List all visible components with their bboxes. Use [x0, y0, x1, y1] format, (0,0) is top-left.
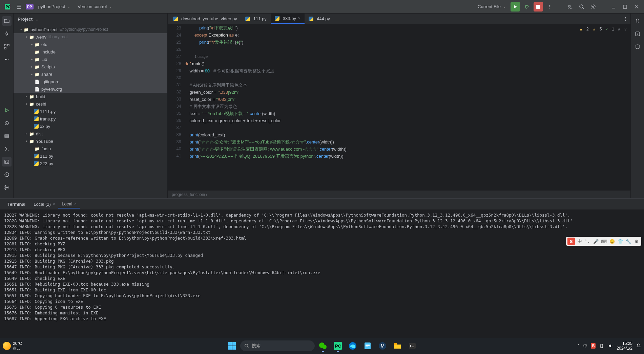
tree-row[interactable]: .gitignore	[14, 78, 167, 85]
taskbar-app-terminal[interactable]	[406, 339, 419, 353]
run-tool-icon[interactable]	[2, 106, 12, 115]
project-dropdown[interactable]: pythonProject	[36, 3, 73, 10]
tree-row[interactable]: ▾ceshi	[14, 100, 167, 108]
tree-arrow-icon[interactable]: ▾	[24, 102, 28, 106]
ime-toolbox-icon[interactable]: 🔧	[625, 238, 632, 245]
services-tool-icon[interactable]	[2, 131, 12, 141]
structure-tool-icon[interactable]	[2, 42, 12, 51]
python-packages-icon[interactable]	[2, 118, 12, 128]
tree-arrow-icon[interactable]: ▾	[24, 35, 28, 39]
taskbar-app-v[interactable]: V	[376, 339, 389, 353]
version-control-dropdown[interactable]: Version control	[75, 3, 115, 10]
main-menu-icon[interactable]	[14, 2, 24, 12]
tree-row[interactable]: 1111.py	[14, 108, 167, 115]
taskbar-app-notepad[interactable]	[361, 339, 374, 353]
tree-row[interactable]: xx.py	[14, 123, 167, 130]
more-tool-icon[interactable]	[2, 55, 12, 64]
ime-settings-icon[interactable]: ⚙	[633, 238, 640, 245]
tray-notifications-icon[interactable]	[636, 343, 641, 349]
tree-arrow-icon[interactable]: ▸	[30, 43, 34, 46]
tree-row[interactable]: ▸etc	[14, 41, 167, 48]
tree-row[interactable]: ▾pythonProjectE:\python\py\pythonProject	[14, 26, 167, 33]
tree-arrow-icon[interactable]: ▸	[30, 72, 34, 76]
python-console-icon[interactable]	[2, 144, 12, 154]
more-actions-icon[interactable]	[545, 2, 555, 12]
tree-row[interactable]: 111.py	[14, 152, 167, 160]
editor-tab[interactable]: download_youtube_video.py	[169, 14, 241, 24]
ime-toolbar[interactable]: S 中 °， 🎤 ⌨ 😊 👕 🔧 ⚙	[566, 237, 641, 246]
tree-row[interactable]: Include	[14, 48, 167, 56]
run-button[interactable]	[511, 2, 520, 12]
tree-row[interactable]: fuqiu	[14, 145, 167, 152]
tray-network-icon[interactable]	[599, 343, 604, 349]
tree-row[interactable]: ▸build	[14, 93, 167, 100]
tray-lang[interactable]: 中	[583, 343, 587, 349]
tray-volume-icon[interactable]	[608, 343, 613, 349]
project-tree[interactable]: ▾pythonProjectE:\python\py\pythonProject…	[14, 24, 167, 198]
tree-row[interactable]: 222.py	[14, 160, 167, 167]
minimize-icon[interactable]	[609, 2, 618, 12]
taskbar-weather[interactable]: 20°C 多云	[3, 341, 22, 351]
editor-body[interactable]: ▲2 ▲5 ✓1 ∧ ∨ 232425262728293031323334353…	[168, 24, 630, 190]
terminal-tab[interactable]: Local×	[58, 200, 80, 208]
code-with-me-icon[interactable]	[565, 2, 575, 12]
tray-sogou-icon[interactable]: S	[591, 343, 596, 349]
stop-button[interactable]	[534, 2, 543, 12]
tree-row[interactable]: ▾YouTube	[14, 137, 167, 145]
tree-row[interactable]: ▸Scripts	[14, 63, 167, 70]
tree-row[interactable]: ▸Lib	[14, 56, 167, 63]
tree-arrow-icon[interactable]: ▾	[24, 139, 28, 143]
close-window-icon[interactable]	[632, 2, 641, 12]
vcs-tool-icon[interactable]	[2, 183, 12, 192]
taskbar-app-pycharm[interactable]: PC	[331, 339, 345, 353]
taskbar-search[interactable]: 搜索	[240, 340, 315, 351]
ime-keyboard-icon[interactable]: ⌨	[601, 238, 607, 245]
close-terminal-tab-icon[interactable]: ×	[53, 202, 55, 206]
prev-highlight-icon[interactable]: ∧	[618, 26, 621, 33]
project-tool-icon[interactable]	[2, 16, 12, 26]
pycharm-icon[interactable]: PC	[3, 2, 12, 12]
terminal-output[interactable]: 12827 WARNING: Library not found: could …	[0, 209, 644, 354]
code-content[interactable]: print("\n下载完成! ") except Exception as e:…	[185, 24, 630, 190]
terminal-tool-icon[interactable]	[2, 157, 12, 167]
run-config-dropdown[interactable]: Current File	[475, 3, 508, 10]
next-highlight-icon[interactable]: ∨	[624, 26, 627, 33]
ime-voice-icon[interactable]: 🎤	[593, 238, 599, 245]
search-everywhere-icon[interactable]	[577, 2, 586, 12]
taskbar-app-explorer[interactable]	[391, 339, 404, 353]
terminal-tool-label[interactable]: Terminal	[4, 200, 29, 208]
tree-row[interactable]: pyvenv.cfg	[14, 85, 167, 93]
tree-arrow-icon[interactable]: ▾	[19, 28, 23, 31]
close-terminal-tab-icon[interactable]: ×	[74, 202, 76, 206]
tray-expand-icon[interactable]: ⌃	[577, 344, 580, 348]
tree-arrow-icon[interactable]: ▸	[30, 58, 34, 61]
tree-arrow-icon[interactable]: ▸	[24, 95, 28, 98]
tree-row[interactable]: trans.py	[14, 115, 167, 123]
tree-arrow-icon[interactable]: ▸	[30, 65, 34, 68]
tree-row[interactable]: ▸share	[14, 70, 167, 78]
sogou-logo-icon[interactable]: S	[567, 238, 575, 245]
inspection-widget[interactable]: ▲2 ▲5 ✓1 ∧ ∨	[579, 26, 627, 33]
editor-tab[interactable]: 333.py×	[271, 14, 305, 24]
ime-emoji-icon[interactable]: 😊	[609, 238, 616, 245]
database-tool-icon[interactable]	[633, 42, 642, 51]
ime-punct-icon[interactable]: °，	[584, 238, 591, 245]
project-panel-header[interactable]: Project	[14, 14, 167, 24]
breadcrumb[interactable]: progress_function()	[168, 190, 630, 198]
notifications-icon[interactable]	[633, 16, 642, 26]
ime-lang[interactable]: 中	[576, 238, 583, 245]
tab-actions-icon[interactable]	[621, 14, 630, 24]
maximize-icon[interactable]	[620, 2, 630, 12]
close-tab-icon[interactable]: ×	[298, 16, 300, 21]
editor-tab[interactable]: 444.py	[305, 14, 334, 24]
ime-skin-icon[interactable]: 👕	[617, 238, 624, 245]
ai-assistant-icon[interactable]	[633, 29, 642, 39]
tree-row[interactable]: ▸dist	[14, 130, 167, 137]
tree-row[interactable]: ▾.venvlibrary root	[14, 33, 167, 41]
taskbar-app-edge[interactable]	[346, 339, 359, 353]
settings-icon[interactable]	[588, 2, 598, 12]
start-button[interactable]	[225, 339, 239, 353]
problems-tool-icon[interactable]	[2, 170, 12, 179]
commit-tool-icon[interactable]	[2, 29, 12, 39]
taskbar-app-wechat[interactable]	[316, 339, 330, 353]
